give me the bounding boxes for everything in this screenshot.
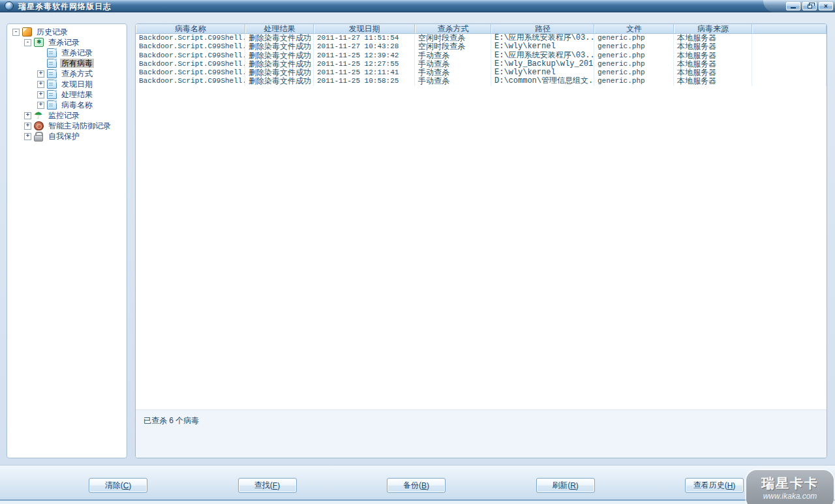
action-button[interactable]: 清除(C) (89, 478, 147, 493)
cell-source: 本地服务器 (674, 34, 752, 42)
cell-filler (752, 34, 827, 42)
button-label: 查看历史( (693, 480, 727, 491)
cell-method: 空闲时段查杀 (415, 34, 491, 42)
cell-virus-name: Backdoor.Script.C99Shell.z (136, 42, 245, 51)
tree-item[interactable]: + 病毒名称 (7, 100, 127, 110)
cell-filler (752, 52, 827, 60)
column-header[interactable]: 文件 (594, 24, 674, 33)
cell-method: 手动查杀 (415, 68, 491, 77)
tree-item[interactable]: - 历史记录 (7, 27, 127, 37)
column-header[interactable]: 处理结果 (245, 24, 314, 33)
cell-path: E:\wly\kernel (491, 42, 594, 51)
cell-file: generic.php (594, 34, 674, 42)
tree-expander-toggle[interactable]: + (37, 81, 44, 88)
tree-node-icon (34, 38, 44, 47)
log-row[interactable]: Backdoor.Script.C99Shell.z 删除染毒文件成功 2011… (136, 42, 827, 51)
column-header[interactable]: 发现日期 (314, 24, 415, 33)
tree-item[interactable]: + 智能主动防御记录 (7, 121, 127, 131)
tree-expander-toggle[interactable]: + (37, 102, 44, 109)
history-tree-panel: - 历史记录 - 查杀记录 查杀记录 所有病毒 + 查杀方式 + (7, 23, 127, 458)
tree-item[interactable]: - 查杀记录 (7, 37, 127, 48)
tree-node-icon (47, 48, 57, 57)
log-row[interactable]: Backdoor.Script.C99Shell.z 删除染毒文件成功 2011… (136, 68, 827, 77)
button-label: 清除( (105, 480, 123, 491)
cell-source: 本地服务器 (674, 52, 752, 60)
cell-virus-name: Backdoor.Script.C99Shell.z (136, 34, 245, 42)
tree-item-label: 查杀记录 (60, 48, 94, 57)
tree-expander-toggle[interactable]: - (24, 39, 31, 46)
cell-date: 2011-11-25 12:11:41 (314, 68, 415, 77)
tree-expander-toggle[interactable]: + (37, 91, 44, 98)
column-header[interactable]: 路径 (491, 24, 594, 33)
cell-filler (752, 60, 827, 68)
log-table-body: Backdoor.Script.C99Shell.z 删除染毒文件成功 2011… (136, 34, 827, 86)
cell-result: 删除染毒文件成功 (245, 68, 314, 77)
button-hotkey: B (421, 481, 427, 490)
ikaka-brand-badge[interactable]: 瑞星卡卡 www.ikaka.com (746, 470, 834, 504)
action-button[interactable]: 查看历史(H) (685, 478, 744, 493)
button-label-suffix: ) (576, 481, 579, 490)
tree-expander-toggle[interactable]: - (12, 29, 20, 36)
restore-icon (808, 5, 812, 8)
column-header[interactable]: 查杀方式 (415, 24, 491, 33)
tree-expander-toggle[interactable]: + (24, 123, 31, 130)
tree-item-label: 监控记录 (47, 111, 81, 120)
button-hotkey: H (727, 481, 733, 490)
log-table-header: 病毒名称 处理结果 发现日期 查杀方式 路径 文件 病毒来源 (136, 24, 827, 34)
app-logo-icon: * (5, 1, 14, 10)
cell-result: 删除染毒文件成功 (245, 77, 314, 85)
scan-summary-text: 已查杀 6 个病毒 (144, 415, 199, 426)
tree-item[interactable]: 所有病毒 (7, 58, 127, 68)
cell-date: 2011-11-25 12:27:55 (314, 60, 415, 68)
action-button[interactable]: 查找(F) (238, 478, 297, 493)
tree-item[interactable]: 查杀记录 (7, 48, 127, 58)
cell-virus-name: Backdoor.Script.C99Shell.z (136, 60, 245, 68)
tree-node-icon (34, 121, 44, 130)
cell-file: generic.php (594, 68, 674, 77)
restore-button[interactable] (802, 2, 817, 10)
tree-node-icon (47, 59, 57, 68)
tree-item[interactable]: + 处理结果 (7, 89, 127, 100)
tree-item-label: 查杀记录 (47, 38, 81, 47)
column-header[interactable]: 病毒名称 (136, 24, 245, 33)
button-hotkey: F (273, 481, 277, 490)
window-title: 瑞星杀毒软件网络版日志 (18, 1, 112, 12)
column-header[interactable]: 病毒来源 (674, 24, 752, 33)
log-row[interactable]: Backdoor.Script.C99Shell.z 删除染毒文件成功 2011… (136, 52, 827, 60)
cell-path: E:\应用系统安装程序\03.... (491, 52, 594, 60)
cell-date: 2011-11-25 10:58:25 (314, 77, 415, 85)
tree-expander-toggle[interactable] (37, 60, 44, 67)
cell-source: 本地服务器 (674, 60, 752, 68)
tree-item[interactable]: + 查杀方式 (7, 68, 127, 79)
cell-path: E:\wly_Backup\wly_20100... (491, 60, 594, 68)
column-header[interactable] (752, 24, 827, 33)
action-button[interactable]: 备份(B) (387, 478, 446, 493)
log-row[interactable]: Backdoor.Script.C99Shell.z 删除染毒文件成功 2011… (136, 60, 827, 68)
minimize-icon (791, 7, 796, 8)
log-row[interactable]: Backdoor.Script.C99Shell.z 删除染毒文件成功 2011… (136, 77, 827, 85)
tree-item[interactable]: + 监控记录 (7, 110, 127, 121)
tree-item-label: 自我保护 (47, 132, 81, 141)
button-hotkey: R (570, 481, 576, 490)
ikaka-brand-title: 瑞星卡卡 (746, 475, 834, 492)
tree-expander-toggle[interactable]: + (24, 133, 31, 140)
tree-item[interactable]: + 发现日期 (7, 79, 127, 89)
tree-expander-toggle[interactable]: + (24, 112, 31, 119)
log-row[interactable]: Backdoor.Script.C99Shell.z 删除染毒文件成功 2011… (136, 34, 827, 42)
tree-expander-toggle[interactable] (37, 50, 44, 57)
action-button[interactable]: 刷新(R) (536, 478, 595, 493)
ikaka-brand-url: www.ikaka.com (746, 492, 834, 501)
tree-node-icon (47, 80, 57, 89)
cell-file: generic.php (594, 42, 674, 51)
cell-virus-name: Backdoor.Script.C99Shell.z (136, 52, 245, 60)
tree-item-label: 历史记录 (35, 27, 69, 37)
tree-node-icon (34, 132, 44, 141)
button-label: 查找( (254, 480, 273, 491)
minimize-button[interactable] (786, 2, 800, 10)
cell-filler (752, 77, 827, 85)
tree-expander-toggle[interactable]: + (37, 70, 44, 78)
close-button[interactable]: × (819, 2, 833, 10)
status-strip: 已查杀 6 个病毒 (136, 409, 827, 458)
cell-file: generic.php (594, 60, 674, 68)
tree-item[interactable]: + 自我保护 (7, 131, 127, 141)
